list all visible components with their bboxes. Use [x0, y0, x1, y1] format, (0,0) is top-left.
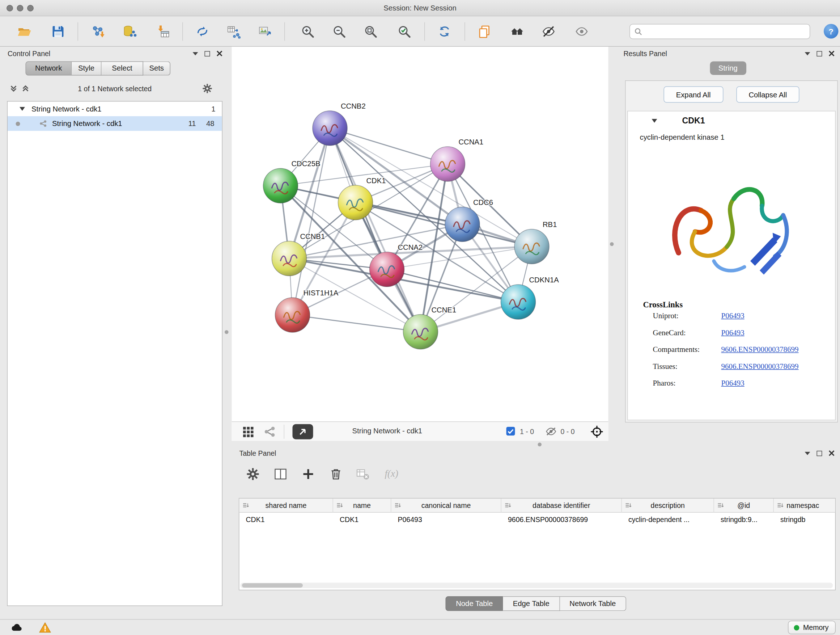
- network-canvas[interactable]: CCNB2CCNA1CDC25BCDK1CDC6RB1CCNB1CCNA2CDK…: [232, 47, 608, 421]
- import-network-database-button[interactable]: [123, 25, 137, 39]
- network-edge-CCNB2-HIST1H1A[interactable]: [293, 128, 330, 315]
- maximize-panel-icon[interactable]: [817, 450, 822, 456]
- float-panel-icon[interactable]: [193, 52, 198, 55]
- crosslink-pharos-link[interactable]: P06493: [722, 379, 745, 388]
- float-panel-icon[interactable]: [805, 451, 810, 455]
- zoom-fit-button[interactable]: [363, 25, 378, 39]
- import-table-file-button[interactable]: [156, 25, 171, 39]
- column-header-shared-name[interactable]: shared name: [240, 499, 333, 513]
- network-edge-CCNB2-CCNE1[interactable]: [330, 128, 421, 332]
- cell-id[interactable]: stringdb:9...: [714, 513, 774, 526]
- maximize-panel-icon[interactable]: [817, 51, 822, 56]
- tab-network[interactable]: Network: [26, 62, 72, 76]
- zoom-selected-button[interactable]: [397, 25, 411, 39]
- network-node-HIST1H1A[interactable]: [275, 298, 310, 333]
- column-header-database-identifier[interactable]: database identifier: [501, 499, 622, 513]
- network-node-CDC6[interactable]: [445, 207, 480, 242]
- show-columns-button[interactable]: [273, 467, 287, 481]
- scrollbar-thumb[interactable]: [242, 583, 303, 587]
- crosslink-compartments-link[interactable]: 9606.ENSP00000378699: [722, 345, 799, 354]
- new-network-from-table-button[interactable]: [227, 25, 241, 39]
- network-options-button[interactable]: [202, 83, 213, 94]
- close-panel-icon[interactable]: [829, 450, 835, 456]
- collapse-all-button[interactable]: Collapse All: [736, 87, 799, 103]
- column-header-namespace[interactable]: namespac: [774, 499, 832, 513]
- network-node-CCNB2[interactable]: [313, 111, 347, 146]
- column-header-name[interactable]: name: [333, 499, 392, 513]
- network-edge-CCNE1-HIST1H1A[interactable]: [293, 315, 421, 332]
- protein-card-header[interactable]: CDK1: [628, 111, 835, 130]
- delete-table-button[interactable]: [355, 467, 370, 481]
- network-node-RB1[interactable]: [515, 229, 549, 264]
- table-horizontal-scrollbar[interactable]: [240, 583, 833, 588]
- network-edge-CCNB2-CCNA1[interactable]: [330, 128, 448, 164]
- delete-column-button[interactable]: [329, 467, 343, 481]
- zoom-in-button[interactable]: [301, 25, 315, 39]
- annotation-mode-button[interactable]: [293, 424, 313, 440]
- function-builder-button[interactable]: f(x): [385, 468, 398, 480]
- tab-sets[interactable]: Sets: [143, 62, 171, 76]
- save-session-button[interactable]: [51, 25, 65, 39]
- crosslink-genecard-link[interactable]: P06493: [722, 329, 745, 337]
- add-column-button[interactable]: [302, 467, 316, 481]
- cell-shared-name[interactable]: CDK1: [240, 513, 333, 526]
- network-node-CDKN1A[interactable]: [501, 285, 536, 319]
- cell-database-identifier[interactable]: 9606.ENSP00000378699: [501, 513, 622, 526]
- vertical-splitter-handle[interactable]: [225, 330, 229, 334]
- copy-document-button[interactable]: [477, 25, 492, 39]
- clone-network-button[interactable]: [195, 25, 210, 39]
- refresh-layout-button[interactable]: [437, 25, 452, 39]
- close-panel-icon[interactable]: [829, 51, 835, 57]
- column-header-id[interactable]: @id: [714, 499, 774, 513]
- network-node-CCNA1[interactable]: [431, 147, 465, 181]
- vertical-splitter-handle[interactable]: [610, 242, 614, 246]
- cell-namespace[interactable]: stringdb: [774, 513, 832, 526]
- table-options-button[interactable]: [246, 467, 260, 481]
- home-views-button[interactable]: [510, 25, 524, 39]
- tab-network-table[interactable]: Network Table: [560, 596, 626, 611]
- expand-all-button[interactable]: Expand All: [663, 87, 723, 103]
- search-input[interactable]: [646, 25, 807, 38]
- memory-button[interactable]: Memory: [788, 621, 836, 635]
- tab-edge-table[interactable]: Edge Table: [503, 596, 560, 611]
- hide-selected-button[interactable]: [542, 25, 556, 39]
- cloud-status-button[interactable]: [8, 621, 26, 635]
- column-header-description[interactable]: description: [622, 499, 714, 513]
- selected-checkbox-icon[interactable]: [506, 426, 515, 436]
- export-image-button[interactable]: [258, 25, 272, 39]
- maximize-panel-icon[interactable]: [205, 51, 210, 56]
- network-node-CCNE1[interactable]: [403, 315, 438, 349]
- close-panel-icon[interactable]: [217, 51, 223, 57]
- tab-select[interactable]: Select: [102, 62, 144, 76]
- hidden-eye-slash-icon[interactable]: [546, 427, 557, 436]
- crosslink-uniprot-link[interactable]: P06493: [722, 312, 745, 320]
- cell-description[interactable]: cyclin-dependent ...: [622, 513, 714, 526]
- protein-card-expander-icon[interactable]: [652, 119, 657, 123]
- tab-string[interactable]: String: [710, 62, 746, 75]
- import-network-file-button[interactable]: [91, 25, 105, 39]
- table-row[interactable]: CDK1 CDK1 P06493 9606.ENSP00000378699 cy…: [240, 513, 835, 526]
- network-row[interactable]: String Network - cdk1 11 48: [8, 116, 222, 131]
- column-header-canonical-name[interactable]: canonical name: [392, 499, 502, 513]
- birdseye-view-button[interactable]: [264, 425, 276, 439]
- cell-canonical-name[interactable]: P06493: [392, 513, 502, 526]
- float-panel-icon[interactable]: [805, 52, 810, 55]
- network-collection-row[interactable]: String Network - cdk1 1: [8, 102, 222, 117]
- network-node-CDC25B[interactable]: [264, 168, 298, 203]
- network-node-CCNA2[interactable]: [370, 252, 404, 287]
- tab-node-table[interactable]: Node Table: [446, 596, 503, 611]
- fit-selected-crosshair-icon[interactable]: [590, 424, 604, 439]
- tab-style[interactable]: Style: [72, 62, 102, 76]
- crosslink-tissues-link[interactable]: 9606.ENSP00000378699: [722, 363, 799, 371]
- zoom-out-button[interactable]: [332, 25, 346, 39]
- help-button[interactable]: ?: [824, 24, 838, 39]
- network-node-CCNB1[interactable]: [272, 241, 307, 276]
- collection-expander-icon[interactable]: [19, 107, 25, 111]
- open-session-button[interactable]: [17, 25, 32, 39]
- warnings-button[interactable]: [36, 621, 54, 635]
- show-all-button[interactable]: [575, 25, 589, 39]
- horizontal-splitter-handle[interactable]: [538, 443, 542, 447]
- cell-name[interactable]: CDK1: [333, 513, 392, 526]
- network-node-CDK1[interactable]: [338, 185, 373, 220]
- grid-view-button[interactable]: [242, 425, 255, 439]
